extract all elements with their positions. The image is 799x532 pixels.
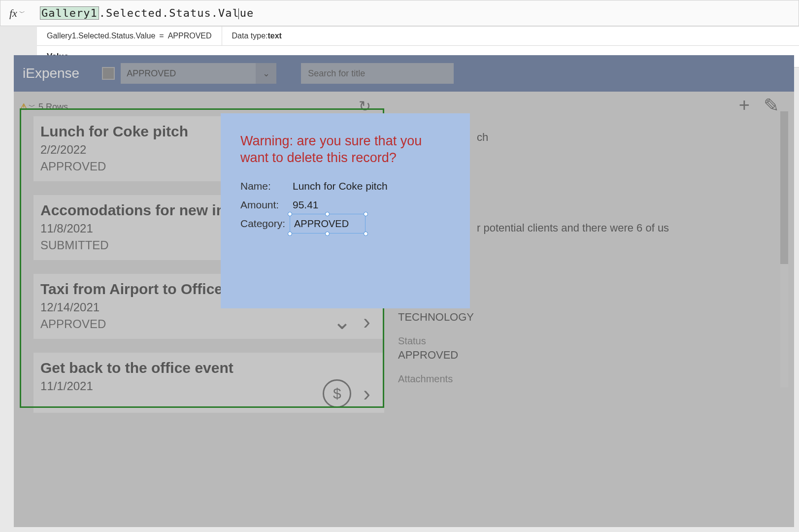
selection-handle[interactable]	[364, 232, 368, 236]
text-cursor	[238, 8, 239, 19]
fx-label: fx	[9, 7, 17, 20]
intellisense-evaluation: Gallery1.Selected.Status.Value = APPROVE…	[37, 27, 222, 45]
intellisense-datatype: Data type: text	[222, 27, 292, 45]
intellisense-result-bar: Gallery1.Selected.Status.Value = APPROVE…	[37, 26, 799, 46]
status-filter-value: APPROVED	[127, 68, 176, 79]
detail-action-icons: + ✎	[739, 95, 779, 116]
edit-icon[interactable]: ✎	[764, 95, 779, 116]
intellisense-result: APPROVED	[168, 32, 212, 40]
modal-amount-value: 95.41	[293, 199, 319, 211]
selection-handle[interactable]	[288, 232, 292, 236]
selected-category-value-control[interactable]: APPROVED	[290, 214, 366, 233]
formula-highlight: Gallery1	[40, 6, 99, 20]
delete-confirm-modal: Warning: are you sure that you want to d…	[221, 113, 470, 308]
app-title: iExpense	[23, 66, 79, 81]
status-filter-dropdown[interactable]: APPROVED ⌄	[121, 63, 276, 84]
app-header: iExpense APPROVED ⌄ Search for title	[14, 55, 794, 92]
formula-rest: .Selected.Status.Value	[99, 7, 254, 19]
datatype-value: text	[267, 32, 281, 40]
selection-handle[interactable]	[288, 212, 292, 216]
selected-category-text: APPROVED	[294, 218, 349, 230]
detail-status-label: Status	[398, 335, 669, 347]
formula-bar[interactable]: fx ﹀ Gallery1.Selected.Status.Value	[0, 0, 799, 26]
search-input[interactable]: Search for title	[301, 63, 454, 84]
detail-status-value: APPROVED	[398, 349, 669, 362]
modal-category-label: Category:	[240, 218, 293, 230]
modal-warning-text: Warning: are you sure that you want to d…	[240, 133, 450, 166]
search-placeholder: Search for title	[308, 68, 365, 79]
datatype-label: Data type:	[232, 32, 268, 40]
intellisense-equals: =	[159, 32, 164, 40]
fx-dropdown-icon[interactable]: ﹀	[19, 9, 25, 17]
modal-amount-label: Amount:	[240, 199, 293, 211]
selection-handle[interactable]	[325, 232, 330, 236]
detail-desc-fragment: r potential clients and there were 6 of …	[477, 222, 669, 234]
app-body: ⚠ ﹀ 5 Rows ↻ + ✎ Lunch for Coke pitch 2/…	[14, 92, 794, 527]
formula-text[interactable]: Gallery1.Selected.Status.Value	[40, 7, 254, 19]
scrollbar[interactable]	[780, 111, 788, 387]
chevron-down-icon: ⌄	[256, 63, 276, 84]
selection-handle[interactable]	[364, 212, 368, 216]
detail-title-fragment: ch	[477, 131, 669, 144]
app-canvas: iExpense APPROVED ⌄ Search for title ⚠ ﹀…	[14, 55, 794, 527]
modal-name-label: Name:	[240, 180, 293, 192]
detail-category-value: TECHNOLOGY	[398, 311, 669, 324]
selection-handle[interactable]	[325, 212, 330, 216]
detail-attachments-label: Attachments	[398, 373, 669, 385]
add-icon[interactable]: +	[739, 95, 750, 116]
intellisense-expr: Gallery1.Selected.Status.Value	[47, 32, 155, 40]
scrollbar-thumb[interactable]	[780, 111, 788, 264]
header-checkbox[interactable]	[102, 67, 115, 80]
modal-name-value: Lunch for Coke pitch	[293, 180, 388, 192]
